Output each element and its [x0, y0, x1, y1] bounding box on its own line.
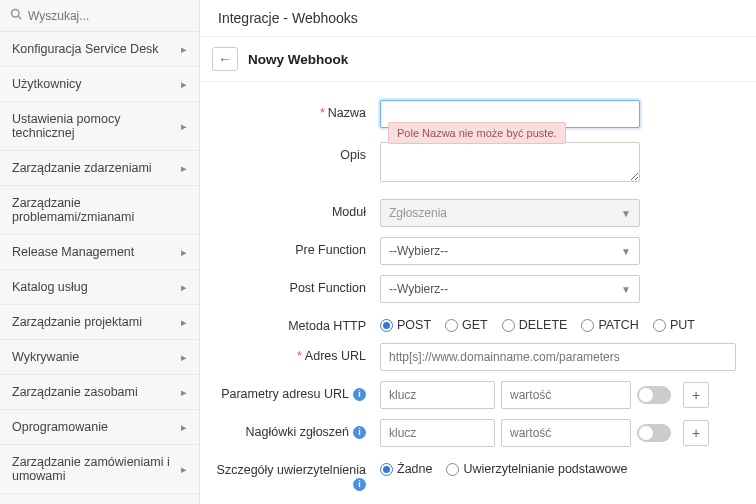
sidebar-item-label: Zarządzanie zamówieniami i umowami: [12, 455, 181, 483]
sidebar-item-label: Użytkownicy: [12, 77, 81, 91]
url-input[interactable]: [380, 343, 736, 371]
radio-icon: [502, 319, 515, 332]
search-icon: [10, 8, 22, 23]
param-add-button[interactable]: +: [683, 382, 709, 408]
header-value-input[interactable]: [501, 419, 631, 447]
radio-icon: [380, 463, 393, 476]
sidebar-item[interactable]: Zarządzanie zamówieniami i umowami▸: [0, 445, 199, 494]
radio-icon: [445, 319, 458, 332]
auth-group: ŻadneUwierzytelnianie podstawowe: [380, 457, 736, 476]
svg-line-1: [18, 16, 21, 19]
chevron-down-icon: ▼: [621, 284, 631, 295]
http-method-option[interactable]: DELETE: [502, 318, 568, 332]
sidebar: Konfiguracja Service Desk▸Użytkownicy▸Us…: [0, 0, 200, 504]
http-method-group: POSTGETDELETEPATCHPUT: [380, 313, 736, 332]
sidebar-item[interactable]: Zarządzanie zdarzeniami▸: [0, 151, 199, 186]
sidebar-item-label: Release Management: [12, 245, 134, 259]
chevron-right-icon: ▸: [181, 386, 187, 399]
search-input[interactable]: [28, 9, 189, 23]
page-title: Integracje - Webhooks: [200, 0, 756, 37]
header-add-button[interactable]: +: [683, 420, 709, 446]
chevron-right-icon: ▸: [181, 281, 187, 294]
back-button[interactable]: ←: [212, 47, 238, 71]
http-method-label: Metoda HTTP: [210, 313, 380, 333]
radio-icon: [380, 319, 393, 332]
chevron-right-icon: ▸: [181, 120, 187, 133]
svg-point-0: [12, 10, 20, 18]
form-area: *Nazwa Pole Nazwa nie może być puste. Op…: [200, 82, 756, 504]
param-key-input[interactable]: [380, 381, 495, 409]
sidebar-item[interactable]: Wykrywanie▸: [0, 340, 199, 375]
sidebar-item[interactable]: Katalog usług▸: [0, 270, 199, 305]
http-method-option[interactable]: PUT: [653, 318, 695, 332]
radio-icon: [581, 319, 594, 332]
desc-textarea[interactable]: [380, 142, 640, 182]
sidebar-item[interactable]: Release Management▸: [0, 235, 199, 270]
sidebar-item-label: Oprogramowanie: [12, 420, 108, 434]
sub-header: ← Nowy Webhook: [200, 37, 756, 82]
param-toggle[interactable]: [637, 386, 671, 404]
http-method-option[interactable]: PATCH: [581, 318, 639, 332]
sidebar-item[interactable]: Zarządzanie zasobami▸: [0, 375, 199, 410]
sidebar-item[interactable]: Oprogramowanie▸: [0, 410, 199, 445]
sidebar-item[interactable]: Ankiety▸: [0, 494, 199, 504]
sidebar-item[interactable]: Zarządzanie projektami▸: [0, 305, 199, 340]
auth-option[interactable]: Żadne: [380, 462, 432, 476]
sidebar-item-label: Zarządzanie problemami/zmianami: [12, 196, 187, 224]
prefn-label: Pre Function: [210, 237, 380, 257]
sidebar-item-label: Zarządzanie zasobami: [12, 385, 138, 399]
chevron-right-icon: ▸: [181, 78, 187, 91]
info-icon[interactable]: i: [353, 388, 366, 401]
header-key-input[interactable]: [380, 419, 495, 447]
postfn-label: Post Function: [210, 275, 380, 295]
chevron-down-icon: ▼: [621, 208, 631, 219]
http-method-option[interactable]: GET: [445, 318, 488, 332]
chevron-right-icon: ▸: [181, 463, 187, 476]
radio-icon: [653, 319, 666, 332]
sidebar-item[interactable]: Użytkownicy▸: [0, 67, 199, 102]
header-toggle[interactable]: [637, 424, 671, 442]
arrow-left-icon: ←: [218, 52, 232, 66]
auth-label: Szczegóły uwierzytelnieniai: [210, 457, 380, 491]
module-select: Zgłoszenia ▼: [380, 199, 640, 227]
sidebar-item-label: Katalog usług: [12, 280, 88, 294]
sidebar-item-label: Konfiguracja Service Desk: [12, 42, 159, 56]
sidebar-item-label: Zarządzanie zdarzeniami: [12, 161, 152, 175]
params-label: Parametry adresu URLi: [210, 381, 380, 401]
sub-title: Nowy Webhook: [248, 52, 348, 67]
prefn-select[interactable]: --Wybierz-- ▼: [380, 237, 640, 265]
chevron-down-icon: ▼: [621, 246, 631, 257]
sidebar-item-label: Ustawienia pomocy technicznej: [12, 112, 181, 140]
auth-option[interactable]: Uwierzytelnianie podstawowe: [446, 462, 627, 476]
radio-icon: [446, 463, 459, 476]
sidebar-item-label: Wykrywanie: [12, 350, 79, 364]
http-method-option[interactable]: POST: [380, 318, 431, 332]
sidebar-item[interactable]: Ustawienia pomocy technicznej▸: [0, 102, 199, 151]
chevron-right-icon: ▸: [181, 162, 187, 175]
chevron-right-icon: ▸: [181, 421, 187, 434]
name-error-tooltip: Pole Nazwa nie może być puste.: [388, 122, 566, 144]
chevron-right-icon: ▸: [181, 316, 187, 329]
name-label: *Nazwa: [210, 100, 380, 120]
param-value-input[interactable]: [501, 381, 631, 409]
sidebar-item[interactable]: Zarządzanie problemami/zmianami: [0, 186, 199, 235]
chevron-right-icon: ▸: [181, 246, 187, 259]
chevron-right-icon: ▸: [181, 43, 187, 56]
chevron-right-icon: ▸: [181, 351, 187, 364]
info-icon[interactable]: i: [353, 478, 366, 491]
main-panel: Integracje - Webhooks ← Nowy Webhook *Na…: [200, 0, 756, 504]
url-label: *Adres URL: [210, 343, 380, 363]
module-label: Moduł: [210, 199, 380, 219]
sidebar-nav: Konfiguracja Service Desk▸Użytkownicy▸Us…: [0, 32, 199, 504]
sidebar-search[interactable]: [0, 0, 199, 32]
postfn-select[interactable]: --Wybierz-- ▼: [380, 275, 640, 303]
desc-label: Opis: [210, 142, 380, 162]
sidebar-item-label: Zarządzanie projektami: [12, 315, 142, 329]
info-icon[interactable]: i: [353, 426, 366, 439]
headers-label: Nagłówki zgłoszeńi: [210, 419, 380, 439]
sidebar-item[interactable]: Konfiguracja Service Desk▸: [0, 32, 199, 67]
